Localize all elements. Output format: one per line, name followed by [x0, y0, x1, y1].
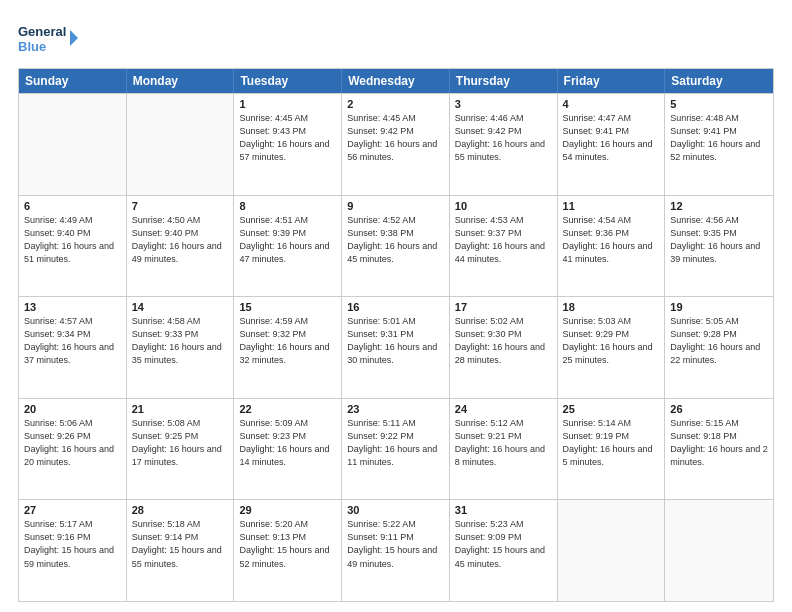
day-info: Sunrise: 5:05 AM Sunset: 9:28 PM Dayligh…	[670, 315, 768, 367]
calendar-body: 1Sunrise: 4:45 AM Sunset: 9:43 PM Daylig…	[19, 93, 773, 601]
day-info: Sunrise: 4:54 AM Sunset: 9:36 PM Dayligh…	[563, 214, 660, 266]
day-number: 3	[455, 98, 552, 110]
week-row-4: 20Sunrise: 5:06 AM Sunset: 9:26 PM Dayli…	[19, 398, 773, 500]
day-number: 5	[670, 98, 768, 110]
day-info: Sunrise: 5:11 AM Sunset: 9:22 PM Dayligh…	[347, 417, 444, 469]
day-cell-28: 28Sunrise: 5:18 AM Sunset: 9:14 PM Dayli…	[127, 500, 235, 601]
svg-marker-2	[70, 30, 78, 46]
header-cell-sunday: Sunday	[19, 69, 127, 93]
logo-svg: General Blue	[18, 18, 78, 58]
day-cell-14: 14Sunrise: 4:58 AM Sunset: 9:33 PM Dayli…	[127, 297, 235, 398]
day-number: 13	[24, 301, 121, 313]
day-number: 25	[563, 403, 660, 415]
day-info: Sunrise: 5:12 AM Sunset: 9:21 PM Dayligh…	[455, 417, 552, 469]
day-info: Sunrise: 4:50 AM Sunset: 9:40 PM Dayligh…	[132, 214, 229, 266]
day-cell-20: 20Sunrise: 5:06 AM Sunset: 9:26 PM Dayli…	[19, 399, 127, 500]
day-info: Sunrise: 4:47 AM Sunset: 9:41 PM Dayligh…	[563, 112, 660, 164]
empty-cell	[665, 500, 773, 601]
day-number: 6	[24, 200, 121, 212]
day-cell-7: 7Sunrise: 4:50 AM Sunset: 9:40 PM Daylig…	[127, 196, 235, 297]
day-cell-22: 22Sunrise: 5:09 AM Sunset: 9:23 PM Dayli…	[234, 399, 342, 500]
day-cell-16: 16Sunrise: 5:01 AM Sunset: 9:31 PM Dayli…	[342, 297, 450, 398]
day-cell-6: 6Sunrise: 4:49 AM Sunset: 9:40 PM Daylig…	[19, 196, 127, 297]
day-number: 10	[455, 200, 552, 212]
header-cell-wednesday: Wednesday	[342, 69, 450, 93]
svg-text:Blue: Blue	[18, 39, 46, 54]
day-info: Sunrise: 4:59 AM Sunset: 9:32 PM Dayligh…	[239, 315, 336, 367]
week-row-1: 1Sunrise: 4:45 AM Sunset: 9:43 PM Daylig…	[19, 93, 773, 195]
day-number: 28	[132, 504, 229, 516]
day-info: Sunrise: 4:45 AM Sunset: 9:42 PM Dayligh…	[347, 112, 444, 164]
day-number: 23	[347, 403, 444, 415]
day-number: 21	[132, 403, 229, 415]
day-number: 17	[455, 301, 552, 313]
day-cell-1: 1Sunrise: 4:45 AM Sunset: 9:43 PM Daylig…	[234, 94, 342, 195]
day-number: 11	[563, 200, 660, 212]
day-info: Sunrise: 5:14 AM Sunset: 9:19 PM Dayligh…	[563, 417, 660, 469]
logo: General Blue	[18, 18, 78, 58]
day-number: 31	[455, 504, 552, 516]
day-cell-19: 19Sunrise: 5:05 AM Sunset: 9:28 PM Dayli…	[665, 297, 773, 398]
day-number: 20	[24, 403, 121, 415]
day-info: Sunrise: 4:53 AM Sunset: 9:37 PM Dayligh…	[455, 214, 552, 266]
day-info: Sunrise: 4:58 AM Sunset: 9:33 PM Dayligh…	[132, 315, 229, 367]
header-cell-friday: Friday	[558, 69, 666, 93]
day-number: 2	[347, 98, 444, 110]
day-info: Sunrise: 5:09 AM Sunset: 9:23 PM Dayligh…	[239, 417, 336, 469]
day-info: Sunrise: 4:57 AM Sunset: 9:34 PM Dayligh…	[24, 315, 121, 367]
header-cell-monday: Monday	[127, 69, 235, 93]
day-info: Sunrise: 5:01 AM Sunset: 9:31 PM Dayligh…	[347, 315, 444, 367]
day-cell-5: 5Sunrise: 4:48 AM Sunset: 9:41 PM Daylig…	[665, 94, 773, 195]
page-header: General Blue	[18, 18, 774, 58]
day-cell-10: 10Sunrise: 4:53 AM Sunset: 9:37 PM Dayli…	[450, 196, 558, 297]
day-cell-13: 13Sunrise: 4:57 AM Sunset: 9:34 PM Dayli…	[19, 297, 127, 398]
header-cell-tuesday: Tuesday	[234, 69, 342, 93]
day-cell-30: 30Sunrise: 5:22 AM Sunset: 9:11 PM Dayli…	[342, 500, 450, 601]
day-number: 29	[239, 504, 336, 516]
empty-cell	[558, 500, 666, 601]
day-number: 12	[670, 200, 768, 212]
empty-cell	[127, 94, 235, 195]
day-number: 14	[132, 301, 229, 313]
day-cell-9: 9Sunrise: 4:52 AM Sunset: 9:38 PM Daylig…	[342, 196, 450, 297]
day-cell-25: 25Sunrise: 5:14 AM Sunset: 9:19 PM Dayli…	[558, 399, 666, 500]
day-cell-27: 27Sunrise: 5:17 AM Sunset: 9:16 PM Dayli…	[19, 500, 127, 601]
day-info: Sunrise: 5:17 AM Sunset: 9:16 PM Dayligh…	[24, 518, 121, 570]
day-cell-18: 18Sunrise: 5:03 AM Sunset: 9:29 PM Dayli…	[558, 297, 666, 398]
day-cell-24: 24Sunrise: 5:12 AM Sunset: 9:21 PM Dayli…	[450, 399, 558, 500]
day-info: Sunrise: 5:18 AM Sunset: 9:14 PM Dayligh…	[132, 518, 229, 570]
day-number: 4	[563, 98, 660, 110]
day-number: 22	[239, 403, 336, 415]
day-info: Sunrise: 5:06 AM Sunset: 9:26 PM Dayligh…	[24, 417, 121, 469]
day-info: Sunrise: 4:49 AM Sunset: 9:40 PM Dayligh…	[24, 214, 121, 266]
day-cell-2: 2Sunrise: 4:45 AM Sunset: 9:42 PM Daylig…	[342, 94, 450, 195]
day-cell-4: 4Sunrise: 4:47 AM Sunset: 9:41 PM Daylig…	[558, 94, 666, 195]
day-info: Sunrise: 4:45 AM Sunset: 9:43 PM Dayligh…	[239, 112, 336, 164]
day-info: Sunrise: 4:48 AM Sunset: 9:41 PM Dayligh…	[670, 112, 768, 164]
day-cell-11: 11Sunrise: 4:54 AM Sunset: 9:36 PM Dayli…	[558, 196, 666, 297]
day-cell-31: 31Sunrise: 5:23 AM Sunset: 9:09 PM Dayli…	[450, 500, 558, 601]
empty-cell	[19, 94, 127, 195]
day-number: 24	[455, 403, 552, 415]
day-cell-17: 17Sunrise: 5:02 AM Sunset: 9:30 PM Dayli…	[450, 297, 558, 398]
day-info: Sunrise: 4:51 AM Sunset: 9:39 PM Dayligh…	[239, 214, 336, 266]
day-cell-15: 15Sunrise: 4:59 AM Sunset: 9:32 PM Dayli…	[234, 297, 342, 398]
day-cell-29: 29Sunrise: 5:20 AM Sunset: 9:13 PM Dayli…	[234, 500, 342, 601]
day-number: 30	[347, 504, 444, 516]
day-number: 9	[347, 200, 444, 212]
day-info: Sunrise: 5:03 AM Sunset: 9:29 PM Dayligh…	[563, 315, 660, 367]
calendar-header: SundayMondayTuesdayWednesdayThursdayFrid…	[19, 69, 773, 93]
calendar: SundayMondayTuesdayWednesdayThursdayFrid…	[18, 68, 774, 602]
day-cell-21: 21Sunrise: 5:08 AM Sunset: 9:25 PM Dayli…	[127, 399, 235, 500]
day-info: Sunrise: 4:52 AM Sunset: 9:38 PM Dayligh…	[347, 214, 444, 266]
day-number: 19	[670, 301, 768, 313]
week-row-5: 27Sunrise: 5:17 AM Sunset: 9:16 PM Dayli…	[19, 499, 773, 601]
day-info: Sunrise: 5:08 AM Sunset: 9:25 PM Dayligh…	[132, 417, 229, 469]
day-info: Sunrise: 4:56 AM Sunset: 9:35 PM Dayligh…	[670, 214, 768, 266]
day-cell-8: 8Sunrise: 4:51 AM Sunset: 9:39 PM Daylig…	[234, 196, 342, 297]
day-info: Sunrise: 5:20 AM Sunset: 9:13 PM Dayligh…	[239, 518, 336, 570]
day-number: 16	[347, 301, 444, 313]
day-number: 7	[132, 200, 229, 212]
day-number: 26	[670, 403, 768, 415]
header-cell-saturday: Saturday	[665, 69, 773, 93]
